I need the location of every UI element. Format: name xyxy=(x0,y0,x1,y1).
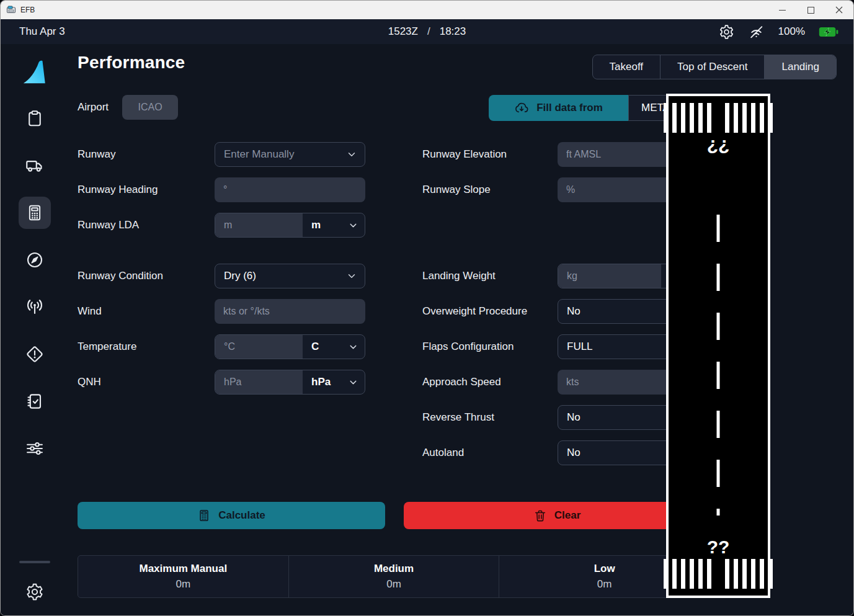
cloud-download-icon xyxy=(514,100,529,115)
status-date: Thu Apr 3 xyxy=(19,25,65,38)
runway-stripe xyxy=(734,559,738,589)
efb-window: EFB Thu Apr 3 1523Z / 18:23 100% xyxy=(0,0,854,616)
window-controls xyxy=(768,1,853,19)
temperature-unit-select[interactable]: C xyxy=(303,335,365,359)
minimize-button[interactable] xyxy=(768,1,796,19)
runway-heading-label: Runway Heading xyxy=(78,177,215,202)
performance-form: Runway Enter Manually Runway Elevation R… xyxy=(78,142,710,465)
sidebar-item-preferences[interactable] xyxy=(19,432,51,465)
sidebar-item-warnings[interactable] xyxy=(19,338,51,370)
calculator-icon xyxy=(197,509,211,522)
tab-top-of-descent[interactable]: Top of Descent xyxy=(660,55,764,79)
chevron-down-icon xyxy=(348,377,358,388)
close-icon xyxy=(835,6,843,14)
runway-stripe xyxy=(760,559,764,589)
battery-charging-icon xyxy=(819,27,838,37)
runway-near-designator: ?? xyxy=(669,537,768,558)
utc-time: 1523Z xyxy=(388,25,418,38)
wind-input[interactable] xyxy=(215,299,365,324)
sidebar-item-navigation[interactable] xyxy=(19,244,51,276)
chevron-down-icon xyxy=(348,220,358,231)
airport-icao-input[interactable] xyxy=(122,95,178,120)
result-medium: Medium 0m xyxy=(288,556,499,597)
tab-landing[interactable]: Landing xyxy=(764,55,836,79)
calculator-icon xyxy=(25,203,44,222)
runway-lda-field: m xyxy=(215,213,365,238)
runway-stripe xyxy=(725,559,729,589)
battery-percent: 100% xyxy=(778,25,805,38)
runway-stripe xyxy=(681,559,685,589)
calculate-button[interactable]: Calculate xyxy=(78,502,385,529)
temperature-input[interactable] xyxy=(215,335,303,359)
runway-stripe xyxy=(768,559,773,589)
app-body: Performance Takeoff Top of Descent Landi… xyxy=(1,44,853,616)
runway-slope-label: Runway Slope xyxy=(422,177,558,202)
phase-tabs: Takeoff Top of Descent Landing xyxy=(592,55,837,79)
overweight-procedure-label: Overweight Procedure xyxy=(422,299,558,324)
runway-lda-input[interactable] xyxy=(215,213,303,237)
result-label: Medium xyxy=(374,563,414,575)
close-button[interactable] xyxy=(825,1,853,19)
runway-stripe xyxy=(725,103,729,133)
antenna-icon xyxy=(25,298,44,316)
time-separator: / xyxy=(427,25,430,38)
runway-condition-select[interactable]: Dry (6) xyxy=(215,264,365,288)
runway-stripe xyxy=(672,103,677,133)
sidebar-item-broadcast[interactable] xyxy=(19,291,51,323)
sidebar-item-ground-ops[interactable] xyxy=(19,150,51,182)
qnh-input[interactable] xyxy=(215,370,303,394)
wind-label: Wind xyxy=(78,299,215,324)
runway-threshold-stripes-top xyxy=(669,103,768,133)
window-title: EFB xyxy=(20,6,35,14)
maximize-icon xyxy=(807,7,814,14)
approach-speed-label: Approach Speed xyxy=(422,370,558,395)
landing-weight-label: Landing Weight xyxy=(422,264,558,288)
wifi-off-icon xyxy=(748,24,765,40)
sidebar-item-clipboard[interactable] xyxy=(19,102,51,135)
hazard-diamond-icon xyxy=(25,345,44,364)
maximize-button[interactable] xyxy=(796,1,825,19)
chevron-down-icon xyxy=(346,270,357,282)
runway-condition-label: Runway Condition xyxy=(78,264,215,288)
runway-diagram: ¿¿ ?? xyxy=(666,94,770,598)
temperature-label: Temperature xyxy=(78,334,215,359)
runway-stripe xyxy=(742,559,747,589)
sidebar-item-checklist[interactable] xyxy=(19,385,51,417)
runway-stripe xyxy=(707,559,711,589)
runway-lda-unit-select[interactable]: m xyxy=(303,213,365,237)
local-time: 18:23 xyxy=(440,25,466,38)
runway-stripe xyxy=(698,103,703,133)
settings-gear-icon[interactable] xyxy=(719,24,734,40)
status-clock: 1523Z / 18:23 xyxy=(388,25,466,38)
runway-stripe xyxy=(742,103,747,133)
airline-logo-icon[interactable] xyxy=(20,58,49,86)
runway-lda-label: Runway LDA xyxy=(78,213,215,238)
runway-stripe xyxy=(664,559,668,589)
landing-weight-input[interactable] xyxy=(558,264,661,288)
runway-stripe xyxy=(751,103,755,133)
qnh-unit-select[interactable]: hPa xyxy=(303,370,365,394)
chevron-down-icon xyxy=(346,149,357,160)
result-label: Maximum Manual xyxy=(139,563,227,575)
trash-icon xyxy=(533,509,547,522)
clear-button[interactable]: Clear xyxy=(404,502,710,529)
compass-icon xyxy=(25,251,44,269)
qnh-label: QNH xyxy=(78,370,215,395)
runway-stripe xyxy=(690,103,694,133)
runway-stripe xyxy=(734,103,738,133)
sidebar-item-settings[interactable] xyxy=(19,576,51,608)
fill-data-button[interactable]: Fill data from xyxy=(489,95,628,121)
status-icons: 100% xyxy=(719,24,838,40)
qnh-field: hPa xyxy=(215,370,365,395)
checklist-notebook-icon xyxy=(25,392,44,411)
runway-stripe xyxy=(664,103,668,133)
runway-stripe xyxy=(707,103,711,133)
runway-far-designator: ¿¿ xyxy=(669,133,768,154)
sidebar-item-performance[interactable] xyxy=(19,197,51,229)
tab-takeoff[interactable]: Takeoff xyxy=(593,55,661,79)
runway-select[interactable]: Enter Manually xyxy=(215,142,365,167)
action-buttons: Calculate Clear xyxy=(78,502,710,529)
result-value: 0m xyxy=(597,578,612,591)
runway-heading-input[interactable] xyxy=(215,177,365,202)
sidebar-nav xyxy=(1,44,69,616)
